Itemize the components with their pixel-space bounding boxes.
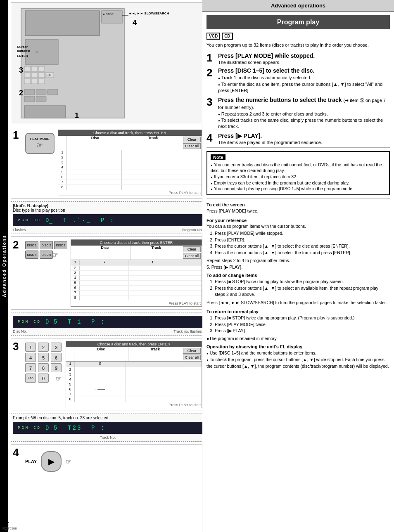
- svg-text:ENTER: ENTER: [17, 54, 28, 58]
- step2-dialog: Choose a disc and track, then press ENTE…: [71, 239, 202, 307]
- add-change-heading: To add or change items: [206, 273, 390, 278]
- step4-number: 4: [13, 446, 19, 459]
- num-4-btn[interactable]: 4: [25, 353, 36, 362]
- play-button[interactable]: ▶: [41, 451, 62, 472]
- num-2-btn[interactable]: 2: [38, 343, 49, 352]
- num-6-btn[interactable]: 6: [51, 353, 62, 362]
- program-play-header: Program play: [206, 15, 390, 29]
- clear-all-button-3[interactable]: Clear all: [183, 355, 201, 360]
- sidebar-label: Advanced Operations: [0, 0, 8, 532]
- cd-badge: CD: [222, 33, 233, 40]
- svg-text:buttons/: buttons/: [17, 49, 30, 53]
- num-0-btn[interactable]: 0: [38, 374, 49, 383]
- svg-rect-18: [31, 73, 38, 78]
- right-step-2: 2 Press [DISC 1–5] to select the disc. ●…: [206, 67, 390, 94]
- exit-heading: To exit the screen: [206, 202, 390, 207]
- svg-rect-29: [24, 96, 35, 102]
- svg-rect-24: [38, 79, 45, 84]
- reference-repeat: Repeat steps 2 to 4 to program other ite…: [206, 258, 390, 263]
- num-8-btn[interactable]: 8: [38, 363, 49, 372]
- right-step-3: 3 Press the numeric buttons to select th…: [206, 97, 390, 130]
- svg-rect-17: [24, 73, 31, 78]
- step3-dialog-rows: 1S 2 3 4 5 6· —— 7 8: [66, 362, 202, 402]
- svg-rect-22: [24, 79, 31, 84]
- clear-all-button-1[interactable]: Clear all: [183, 143, 201, 149]
- svg-rect-19: [38, 73, 45, 78]
- num-9-btn[interactable]: 9: [51, 363, 62, 372]
- svg-text:3: 3: [19, 66, 23, 74]
- disc3-btn[interactable]: DISC 3: [54, 241, 67, 249]
- normal-play-steps: Press [■ STOP] twice during program play…: [215, 315, 390, 334]
- clear-button-2[interactable]: Clear: [183, 246, 201, 252]
- svg-rect-28: [47, 89, 58, 95]
- step2-number: 2: [13, 239, 19, 251]
- step3-dialog: Choose a disc and track, then press ENTE…: [66, 341, 202, 408]
- num-3-btn[interactable]: 3: [51, 343, 62, 352]
- right-step-1: 1 Press [PLAY MODE] while stopped. The i…: [206, 52, 390, 65]
- fl-display-section-2: PGM CD D̲5 T 1 P : Disc No. Track no. fl…: [11, 312, 205, 336]
- num-5-btn[interactable]: 5: [38, 353, 49, 362]
- svg-rect-30: [36, 96, 46, 102]
- svg-text:4: 4: [133, 19, 137, 27]
- svg-rect-8: [25, 40, 58, 64]
- right-step-4: 4 Press [▶ PLAY]. The items are played i…: [206, 132, 390, 145]
- clear-button-1[interactable]: Clear: [183, 137, 201, 142]
- svg-rect-26: [24, 89, 35, 95]
- right-panel: Advanced operations Program play VCD CD …: [202, 0, 394, 532]
- add-change-steps: Press [■ STOP] twice during play to show…: [215, 279, 390, 298]
- normal-play-heading: To return to normal play: [206, 309, 390, 314]
- step4-section: 4 PLAY ▶ ☞: [11, 444, 205, 477]
- step1-section: 1 PLAY MODE ☞ Choose a disc and track, t…: [11, 127, 205, 199]
- reference-heading: For your reference: [206, 218, 390, 223]
- intro-text: You can program up to 32 items (discs or…: [206, 42, 390, 48]
- disc2-btn[interactable]: DISC 2: [40, 241, 53, 249]
- example-section: Example: When disc no. 5, track no. 23 a…: [11, 414, 205, 442]
- num-1-btn[interactable]: 1: [25, 343, 36, 352]
- fl-display-section-1: (Unit's FL display) Disc type in the pla…: [11, 201, 205, 234]
- reference-steps: Press [PLAY MODE] while stopped. Press […: [215, 230, 390, 256]
- num-ge10-btn[interactable]: ≥10: [25, 374, 36, 383]
- svg-text:Cursor: Cursor: [17, 45, 28, 49]
- svg-text:STOP: STOP: [106, 13, 114, 16]
- numeric-buttons: 1 2 3 4 5 6 7 8 9 ≥10 0 ☞: [25, 343, 62, 383]
- model-number: RQT5508: [2, 527, 17, 530]
- normal-play-extra: ●The program is retained in memory.: [206, 336, 390, 341]
- step3-number: 3: [13, 340, 19, 353]
- device-diagram: ■ STOP ◄◄, ►► SLOW/SEARCH 4 Cursor butto…: [11, 2, 205, 124]
- disc1-btn[interactable]: DISC 1: [25, 241, 38, 249]
- num-7-btn[interactable]: 7: [25, 363, 36, 372]
- note-title: Note: [211, 154, 225, 160]
- reference-step5: 5. Press [▶ PLAY].: [206, 265, 390, 270]
- svg-rect-14: [24, 66, 31, 71]
- clear-button-3[interactable]: Clear: [183, 348, 201, 354]
- step1-dialog-rows: 1 2 3 4 5 6 7 8: [58, 150, 202, 190]
- format-badges: VCD CD: [206, 33, 390, 40]
- fl-op-bullets: ●Use [DISC 1–5] and the numeric buttons …: [206, 350, 390, 369]
- fl-op-heading: Operation by observing the unit's FL dis…: [206, 344, 390, 349]
- note-box: Note ●You can enter tracks and discs the…: [206, 151, 390, 195]
- svg-text:≥10: ≥10: [46, 74, 51, 77]
- clear-all-button-2[interactable]: Clear all: [183, 253, 201, 259]
- svg-text:■: ■: [103, 13, 104, 16]
- disc-buttons: DISC 1 DISC 2 DISC 3 DISC 4 DISC 5 ☞: [25, 241, 67, 259]
- step1-dialog: Choose a disc and track, then press ENTE…: [58, 130, 202, 196]
- play-mode-button: PLAY MODE ☞: [25, 133, 55, 154]
- svg-text:1: 1: [75, 111, 79, 120]
- add-change-extra: Press [◄◄, ►► SLOW/SEARCH] to turn the p…: [206, 300, 390, 306]
- svg-text:2: 2: [19, 89, 23, 97]
- svg-rect-16: [38, 66, 45, 71]
- svg-rect-27: [36, 89, 46, 95]
- svg-rect-23: [31, 79, 38, 84]
- reference-intro: You can also program items with the curs…: [206, 224, 390, 229]
- device-svg: ■ STOP ◄◄, ►► SLOW/SEARCH 4 Cursor butto…: [13, 5, 203, 122]
- step2-section: 2 DISC 1 DISC 2 DISC 3 DISC 4 DISC 5 ☞: [11, 236, 205, 310]
- step1-number: 1: [13, 129, 19, 142]
- disc4-btn[interactable]: DISC 4: [25, 251, 38, 259]
- page-header: Advanced operations: [202, 0, 394, 12]
- step2-dialog-rows: 1St 2— — 3— — — — 4 5 6 7 8: [71, 260, 202, 300]
- svg-rect-32: [24, 106, 66, 118]
- vcd-badge: VCD: [206, 33, 220, 40]
- step3-section: 3 1 2 3 4 5 6 7 8 9 ≥10 0 ☞: [11, 338, 205, 411]
- disc5-btn[interactable]: DISC 5 ☞: [40, 251, 53, 259]
- exit-content: Press [PLAY MODE] twice.: [206, 208, 390, 215]
